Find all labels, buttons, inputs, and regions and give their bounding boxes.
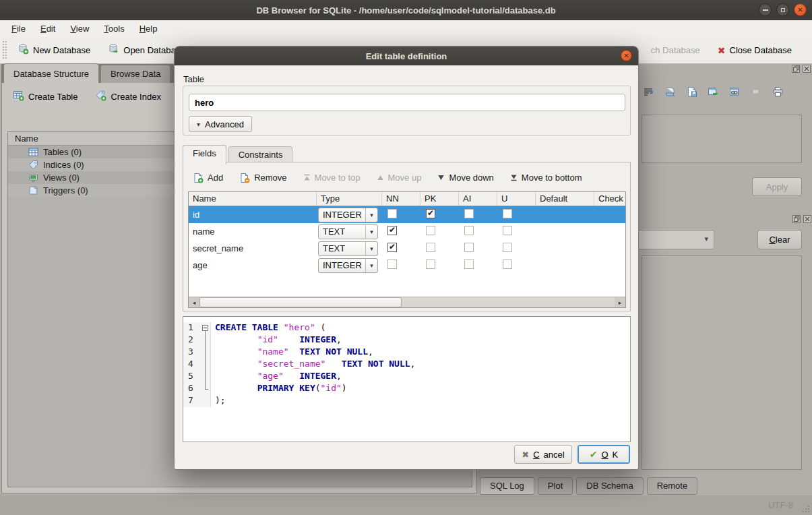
- field-row-age[interactable]: ageINTEGER: [189, 257, 625, 274]
- type-combobox[interactable]: INTEGER: [318, 258, 378, 273]
- remove-button[interactable]: Remove: [239, 173, 286, 183]
- column-header-name[interactable]: Name: [189, 192, 317, 206]
- action-label: Add: [208, 173, 223, 183]
- ai-checkbox[interactable]: [464, 243, 474, 252]
- close-database-button[interactable]: Close Database: [711, 41, 799, 60]
- collapse-icon[interactable]: [202, 325, 208, 331]
- new-database-button[interactable]: New Database: [11, 39, 97, 61]
- tab-browse-data[interactable]: Browse Data: [100, 65, 170, 83]
- tab-fields[interactable]: Fields: [183, 145, 226, 164]
- bottom-tab-sql-log[interactable]: SQL Log: [480, 477, 534, 495]
- table-name-input[interactable]: [189, 94, 625, 111]
- maximize-button[interactable]: [776, 3, 789, 16]
- type-combobox[interactable]: TEXT: [318, 224, 378, 239]
- bottom-tab-plot[interactable]: Plot: [538, 477, 573, 495]
- u-checkbox[interactable]: [503, 209, 512, 218]
- ai-checkbox[interactable]: [464, 209, 474, 218]
- horizontal-scrollbar[interactable]: ◂ ▸: [189, 297, 625, 307]
- column-header-nn[interactable]: NN: [382, 192, 420, 206]
- export-window-icon[interactable]: [706, 85, 720, 98]
- menu-file[interactable]: File: [4, 22, 33, 36]
- menu-help[interactable]: Help: [132, 22, 165, 36]
- apply-button[interactable]: Apply: [752, 177, 802, 196]
- move-to-top-button[interactable]: Move to top: [303, 173, 361, 183]
- import-text-icon[interactable]: [663, 85, 677, 98]
- type-combobox[interactable]: INTEGER: [318, 208, 378, 222]
- dialog-close-button[interactable]: ✕: [621, 50, 632, 61]
- field-row-id[interactable]: idINTEGER: [189, 206, 625, 223]
- field-name-cell[interactable]: name: [189, 226, 317, 237]
- attach-database-label: ch Database: [651, 45, 700, 55]
- type-value: TEXT: [319, 226, 365, 237]
- field-name-cell[interactable]: id: [189, 210, 317, 220]
- sql-log-text-area[interactable]: [642, 255, 802, 470]
- pk-checkbox[interactable]: [426, 226, 435, 235]
- create-table-button[interactable]: Create Table: [13, 90, 77, 103]
- nn-checkbox[interactable]: [387, 209, 397, 218]
- ai-checkbox[interactable]: [464, 226, 474, 235]
- column-header-u[interactable]: U: [497, 192, 536, 206]
- pk-checkbox[interactable]: [426, 209, 435, 218]
- ok-button[interactable]: OK: [577, 445, 630, 464]
- menu-edit[interactable]: Edit: [33, 22, 63, 36]
- add-button[interactable]: Add: [193, 173, 223, 183]
- column-header-default[interactable]: Default: [536, 192, 594, 206]
- nn-checkbox[interactable]: [387, 226, 397, 235]
- nn-cell: [382, 209, 420, 220]
- field-row-secret_name[interactable]: secret_nameTEXT: [189, 240, 625, 257]
- printer-icon[interactable]: [771, 85, 785, 98]
- u-checkbox[interactable]: [503, 226, 512, 235]
- toolbar-drag-handle[interactable]: [3, 41, 7, 59]
- field-name-cell[interactable]: age: [189, 260, 317, 270]
- cancel-button[interactable]: Cancel: [514, 445, 572, 464]
- dock-float-icon[interactable]: [792, 215, 801, 223]
- type-combobox[interactable]: TEXT: [318, 241, 378, 256]
- fold-marker[interactable]: [201, 322, 211, 334]
- link-window-icon[interactable]: [728, 85, 742, 98]
- nn-checkbox[interactable]: [387, 243, 397, 252]
- bottom-tab-remote[interactable]: Remote: [647, 477, 698, 495]
- word-wrap-icon[interactable]: [642, 85, 656, 98]
- u-checkbox[interactable]: [503, 260, 512, 269]
- bottom-tab-db-schema[interactable]: DB Schema: [576, 477, 643, 495]
- move-up-button[interactable]: Move up: [377, 173, 422, 183]
- minimize-button[interactable]: [759, 3, 772, 16]
- tab-database-structure[interactable]: Database Structure: [3, 63, 99, 83]
- scroll-right-icon[interactable]: ▸: [615, 297, 625, 307]
- column-header-type[interactable]: Type: [317, 192, 382, 206]
- eraser-icon[interactable]: [749, 85, 763, 98]
- close-window-button[interactable]: ✕: [794, 3, 807, 16]
- log-filter-combobox[interactable]: [636, 230, 714, 249]
- column-header-ai[interactable]: AI: [459, 192, 497, 206]
- pk-cell: [420, 243, 459, 254]
- menu-tools[interactable]: Tools: [96, 22, 131, 36]
- u-checkbox[interactable]: [503, 243, 512, 252]
- menu-view[interactable]: View: [63, 22, 96, 36]
- move-down-button[interactable]: Move down: [437, 173, 493, 183]
- move-to-bottom-button[interactable]: Move to bottom: [510, 173, 582, 183]
- pk-checkbox[interactable]: [426, 260, 435, 269]
- advanced-toggle-button[interactable]: Advanced: [189, 116, 252, 132]
- field-row-name[interactable]: nameTEXT: [189, 223, 625, 240]
- edit-cell-text-area[interactable]: [642, 115, 802, 163]
- up-icon: [377, 174, 384, 181]
- scroll-left-icon[interactable]: ◂: [189, 297, 199, 307]
- save-text-icon[interactable]: [685, 85, 699, 98]
- attach-database-button[interactable]: ch Database: [644, 41, 707, 59]
- column-header-check[interactable]: Check: [594, 192, 626, 206]
- nn-checkbox[interactable]: [387, 260, 397, 269]
- top-icon: [303, 174, 311, 181]
- tree-item-label: Triggers (0): [43, 185, 88, 195]
- field-name-cell[interactable]: secret_name: [189, 243, 317, 253]
- dock-float-icon[interactable]: [792, 65, 800, 73]
- scrollbar-thumb[interactable]: [199, 297, 402, 307]
- dock-close-icon[interactable]: [803, 65, 811, 73]
- resize-grip[interactable]: [802, 505, 810, 513]
- pk-checkbox[interactable]: [426, 243, 435, 252]
- dock-close-icon[interactable]: [803, 215, 811, 223]
- create-index-button[interactable]: Create Index: [95, 90, 160, 103]
- column-header-pk[interactable]: PK: [420, 192, 459, 206]
- pk-cell: [420, 260, 459, 271]
- ai-checkbox[interactable]: [464, 260, 474, 269]
- clear-log-button[interactable]: Clear: [757, 230, 802, 249]
